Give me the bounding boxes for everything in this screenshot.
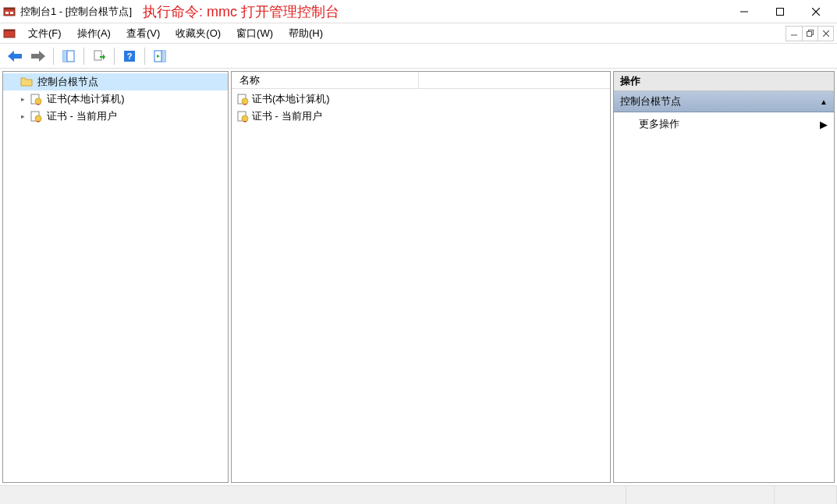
- certificate-icon: [30, 93, 42, 105]
- forward-button[interactable]: [28, 46, 48, 66]
- svg-rect-3: [10, 12, 13, 14]
- svg-rect-18: [63, 51, 67, 62]
- actions-section-title: 控制台根节点: [620, 94, 681, 108]
- toolbar: ?: [0, 44, 837, 69]
- back-button[interactable]: [5, 46, 25, 66]
- mdi-restore-button[interactable]: [802, 27, 817, 41]
- window-title: 控制台1 - [控制台根节点]: [20, 5, 132, 19]
- tree-item-label: 证书(本地计算机): [47, 92, 125, 106]
- svg-point-29: [35, 98, 41, 105]
- status-segment: [0, 486, 626, 504]
- expander-icon[interactable]: ▸: [17, 94, 28, 105]
- mdi-minimize-button[interactable]: [786, 27, 802, 41]
- status-segment: [775, 486, 837, 504]
- svg-marker-15: [8, 51, 22, 62]
- menu-help[interactable]: 帮助(H): [282, 25, 329, 42]
- tree-root-label: 控制台根节点: [37, 75, 98, 89]
- svg-point-31: [35, 115, 41, 122]
- show-hide-action-pane-button[interactable]: [150, 46, 170, 66]
- toolbar-separator: [83, 48, 84, 65]
- actions-pane: 操作 控制台根节点 ▲ 更多操作 ▶: [613, 71, 835, 483]
- mdi-controls: [786, 26, 834, 41]
- tree-item-cert-local[interactable]: ▸ 证书(本地计算机): [3, 91, 228, 108]
- list-item-cert-user[interactable]: 证书 - 当前用户: [232, 108, 610, 125]
- folder-icon: [20, 76, 33, 88]
- svg-rect-2: [5, 12, 9, 14]
- svg-rect-20: [94, 51, 101, 60]
- mdi-close-button[interactable]: [817, 27, 833, 41]
- annotation-text: 执行命令: mmc 打开管理控制台: [143, 2, 339, 21]
- svg-marker-27: [157, 55, 160, 58]
- tree-item-cert-user[interactable]: ▸ 证书 - 当前用户: [3, 108, 228, 125]
- column-name-header[interactable]: 名称: [232, 72, 419, 89]
- certificate-icon: [236, 110, 249, 122]
- show-hide-tree-button[interactable]: [59, 46, 79, 66]
- svg-point-35: [242, 115, 248, 122]
- list-header-row: 名称: [232, 72, 610, 89]
- list-item-label: 证书 - 当前用户: [252, 109, 322, 123]
- certificate-icon: [236, 93, 249, 105]
- close-button[interactable]: [798, 0, 834, 23]
- console-file-icon: [3, 27, 16, 40]
- svg-point-33: [242, 98, 248, 105]
- certificate-icon: [30, 110, 42, 122]
- svg-text:?: ?: [127, 51, 133, 61]
- list-item-cert-local[interactable]: 证书(本地计算机): [232, 91, 610, 108]
- minimize-button[interactable]: [726, 0, 762, 23]
- svg-rect-12: [807, 32, 812, 37]
- svg-marker-16: [31, 51, 45, 62]
- help-button[interactable]: ?: [119, 46, 140, 66]
- status-segment: [626, 486, 775, 504]
- window-controls: [726, 0, 834, 23]
- svg-rect-9: [4, 30, 15, 31]
- mmc-app-icon: [3, 5, 16, 18]
- expander-icon[interactable]: [8, 76, 19, 87]
- expander-icon[interactable]: ▸: [17, 111, 28, 122]
- title-bar: 控制台1 - [控制台根节点] 执行命令: mmc 打开管理控制台: [0, 0, 837, 23]
- export-list-button[interactable]: [89, 46, 109, 66]
- maximize-button[interactable]: [762, 0, 798, 23]
- list-pane[interactable]: 名称 证书(本地计算机) 证书 - 当前用户: [231, 71, 611, 483]
- tree-root-node[interactable]: 控制台根节点: [3, 73, 228, 91]
- status-bar: [0, 485, 837, 504]
- toolbar-separator: [114, 48, 115, 65]
- tree-item-label: 证书 - 当前用户: [47, 109, 117, 123]
- submenu-arrow-icon: ▶: [820, 119, 828, 130]
- more-actions-label: 更多操作: [639, 117, 679, 131]
- svg-rect-5: [777, 8, 784, 15]
- menu-favorites[interactable]: 收藏夹(O): [169, 25, 227, 42]
- list-item-label: 证书(本地计算机): [252, 92, 330, 106]
- menu-file[interactable]: 文件(F): [22, 25, 68, 42]
- actions-more-actions[interactable]: 更多操作 ▶: [614, 112, 834, 136]
- toolbar-separator: [53, 48, 54, 65]
- workspace: 控制台根节点 ▸ 证书(本地计算机) ▸ 证书 - 当前用户 名称: [0, 69, 837, 485]
- menu-action[interactable]: 操作(A): [71, 25, 117, 42]
- menu-view[interactable]: 查看(V): [120, 25, 166, 42]
- menu-bar: 文件(F) 操作(A) 查看(V) 收藏夹(O) 窗口(W) 帮助(H): [0, 23, 837, 44]
- svg-rect-25: [161, 51, 165, 62]
- actions-pane-title: 操作: [614, 72, 834, 91]
- tree-pane[interactable]: 控制台根节点 ▸ 证书(本地计算机) ▸ 证书 - 当前用户: [2, 71, 229, 483]
- toolbar-separator: [144, 48, 145, 65]
- actions-section-header[interactable]: 控制台根节点 ▲: [614, 91, 834, 112]
- menu-window[interactable]: 窗口(W): [230, 25, 279, 42]
- svg-rect-1: [4, 8, 15, 9]
- collapse-icon[interactable]: ▲: [820, 98, 828, 106]
